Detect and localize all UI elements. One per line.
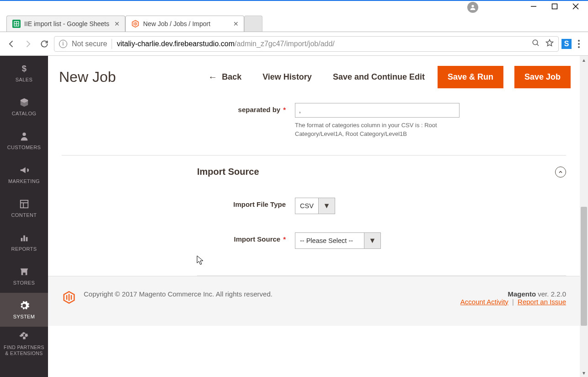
field-label-file-type: Import File Type: [62, 198, 295, 208]
browser-tabstrip: IIE import list - Google Sheets ✕ New Jo…: [0, 13, 588, 32]
svg-text:$: $: [21, 64, 27, 73]
window-close-icon[interactable]: [572, 3, 579, 10]
magento-logo-icon: [62, 290, 76, 305]
admin-sidenav: $ SALES CATALOG CUSTOMERS MARKETING CONT…: [0, 56, 48, 377]
sidenav-label: MARKETING: [8, 178, 40, 184]
window-maximize-icon[interactable]: [551, 3, 558, 10]
chrome-menu-icon[interactable]: [574, 40, 583, 48]
security-label: Not secure: [72, 40, 107, 48]
address-bar[interactable]: i Not secure vitaliy-charlie.dev.firebea…: [54, 36, 559, 52]
megaphone-icon: [19, 165, 30, 176]
gear-icon: [19, 300, 30, 311]
scroll-thumb[interactable]: [581, 207, 587, 326]
scroll-down-icon[interactable]: ▼: [580, 369, 588, 377]
back-button[interactable]: [5, 37, 18, 51]
view-history-button[interactable]: View History: [254, 68, 320, 86]
tab-title: IIE import list - Google Sheets: [24, 20, 110, 27]
browser-tab-ghost[interactable]: [244, 16, 262, 32]
chrome-profile-icon[interactable]: [467, 2, 478, 13]
sidenav-item-stores[interactable]: STORES: [0, 259, 48, 293]
zoom-icon[interactable]: [532, 39, 540, 49]
page-footer: Copyright © 2017 Magento Commerce Inc. A…: [48, 276, 580, 326]
bookmark-star-icon[interactable]: [545, 39, 554, 49]
save-continue-button[interactable]: Save and Continue Edit: [325, 68, 433, 86]
separated-by-input[interactable]: [295, 103, 460, 118]
divider: |: [512, 298, 514, 306]
page-header: New Job ← Back View History Save and Con…: [48, 56, 580, 98]
field-label-separated-by: separated by*: [62, 103, 295, 113]
sidenav-label: STORES: [13, 280, 35, 285]
save-continue-label: Save and Continue Edit: [333, 72, 425, 82]
browser-tab[interactable]: IIE import list - Google Sheets ✕: [6, 16, 125, 32]
save-run-button[interactable]: Save & Run: [438, 66, 503, 88]
back-button[interactable]: ← Back: [200, 67, 250, 87]
sidenav-label: REPORTS: [11, 246, 37, 252]
sidenav-label: SALES: [16, 77, 32, 82]
window-accent-border: [0, 0, 588, 1]
chevron-down-icon: ▼: [364, 233, 380, 248]
reload-button[interactable]: [37, 37, 51, 51]
view-history-label: View History: [262, 72, 312, 82]
sidenav-item-customers[interactable]: CUSTOMERS: [0, 124, 48, 157]
page-title: New Job: [59, 69, 116, 86]
page-scrollbar[interactable]: ▲ ▼: [580, 56, 588, 377]
blocks-icon: [19, 331, 30, 342]
svg-line-10: [537, 44, 539, 46]
sidenav-label: SYSTEM: [13, 314, 35, 319]
sidenav-label: CONTENT: [11, 212, 37, 218]
forward-button[interactable]: [21, 37, 35, 51]
tab-close-icon[interactable]: ✕: [233, 21, 239, 27]
box-icon: [19, 97, 30, 108]
svg-point-9: [533, 40, 538, 45]
svg-rect-20: [25, 334, 27, 337]
back-label: Back: [222, 72, 241, 82]
divider: [112, 39, 112, 49]
sidenav-label: CATALOG: [12, 111, 37, 116]
section-title-import-source: Import Source: [197, 167, 259, 177]
collapse-toggle-icon[interactable]: [555, 167, 566, 178]
person-icon: [19, 131, 30, 142]
url-text: vitaliy-charlie.dev.firebearstudio.com/a…: [117, 40, 334, 48]
sidenav-item-catalog[interactable]: CATALOG: [0, 90, 48, 124]
bars-icon: [19, 232, 30, 243]
svg-rect-18: [26, 237, 27, 241]
layout-icon: [19, 199, 30, 210]
store-icon: [19, 266, 30, 277]
footer-version: ver. 2.2.0: [538, 290, 566, 298]
sidenav-item-reports[interactable]: REPORTS: [0, 225, 48, 259]
file-type-select[interactable]: CSV ▼: [295, 198, 335, 214]
sidenav-item-sales[interactable]: $ SALES: [0, 56, 48, 90]
sheets-favicon-icon: [12, 20, 21, 28]
site-info-icon[interactable]: i: [59, 40, 67, 48]
import-source-value: -- Please Select --: [295, 233, 364, 248]
window-minimize-icon[interactable]: [530, 3, 537, 10]
svg-rect-21: [23, 337, 26, 339]
file-type-value: CSV: [295, 198, 318, 214]
svg-rect-16: [21, 238, 22, 241]
magento-favicon-icon: [131, 20, 139, 28]
chevron-down-icon: ▼: [318, 198, 335, 214]
svg-point-0: [471, 5, 474, 7]
sidenav-label: CUSTOMERS: [7, 145, 41, 150]
save-job-button[interactable]: Save Job: [514, 66, 571, 88]
account-activity-link[interactable]: Account Activity: [460, 298, 508, 306]
svg-rect-2: [552, 4, 557, 9]
browser-tab[interactable]: New Job / Jobs / Import ✕: [125, 16, 244, 32]
scroll-up-icon[interactable]: ▲: [580, 56, 588, 64]
svg-rect-17: [23, 236, 25, 242]
tab-close-icon[interactable]: ✕: [114, 21, 120, 27]
tab-title: New Job / Jobs / Import: [143, 20, 229, 27]
sidenav-label: FIND PARTNERS & EXTENSIONS: [2, 345, 46, 356]
sidenav-item-system[interactable]: SYSTEM: [0, 293, 48, 327]
sidenav-item-content[interactable]: CONTENT: [0, 191, 48, 225]
sidenav-item-marketing[interactable]: MARKETING: [0, 157, 48, 191]
report-issue-link[interactable]: Report an Issue: [518, 298, 566, 306]
footer-brand: Magento: [508, 290, 536, 298]
separated-by-hint: The format of categories column in your …: [295, 121, 460, 139]
field-label-import-source: Import Source*: [62, 232, 295, 243]
import-source-select[interactable]: -- Please Select -- ▼: [295, 232, 381, 249]
arrow-left-icon: ←: [208, 72, 217, 82]
svg-rect-19: [21, 334, 23, 337]
extension-icon[interactable]: S: [561, 39, 572, 49]
sidenav-item-partners[interactable]: FIND PARTNERS & EXTENSIONS: [0, 327, 48, 361]
